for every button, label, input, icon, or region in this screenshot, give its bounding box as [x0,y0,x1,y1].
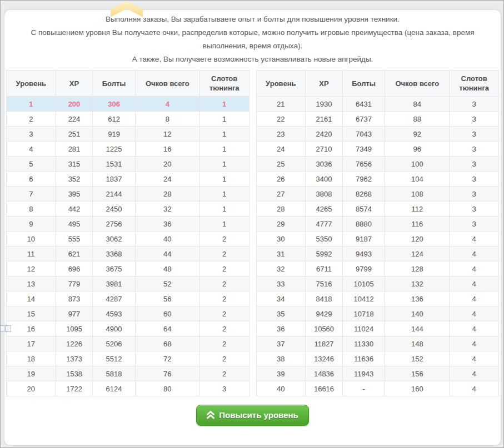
table-cell: 2144 [93,187,135,202]
broken-image-icons [0,325,12,332]
table-cell: 621 [56,246,93,261]
table-cell: 7043 [342,127,385,142]
table-cell: 2 [199,336,249,351]
table-cell: 3062 [93,231,135,246]
table-cell: 6 [7,172,56,187]
table-cell: 26 [256,172,306,187]
table-cell: 612 [93,112,135,127]
levels-table-1-20: УровеньXPБолтыОчков всегоСлотов тюнинга … [6,70,249,396]
table-cell: 112 [385,202,450,217]
table-cell: 3981 [93,276,135,291]
table-cell: 3 [450,157,499,172]
table-cell: 1225 [93,142,135,157]
table-cell: 2450 [93,202,135,217]
table-row: 25303676561003 [256,157,499,172]
table-cell: 128 [385,261,450,276]
table-cell: 7656 [342,157,385,172]
table-cell: 4265 [306,202,343,217]
table-cell: 16616 [306,381,343,396]
table-cell: 15 [7,306,56,321]
table-row: 1712265206682 [7,336,249,351]
table-row: 3813246116361524 [256,351,499,366]
table-cell: 2 [199,231,249,246]
table-cell: 4 [450,276,499,291]
table-cell: 3 [450,142,499,157]
table-cell: 32 [256,261,306,276]
level-up-button[interactable]: Повысить уровень [196,405,308,426]
table-row: 359429107181404 [256,306,499,321]
table-cell: 2756 [93,217,135,231]
table-row: 3251919121 [7,127,249,142]
table-row: 29477788801163 [256,217,499,231]
table-cell: 4900 [93,321,135,336]
table-row: 3610560110241444 [256,321,499,336]
column-header: Болты [342,71,385,97]
table-cell: 4 [450,351,499,366]
table-row: 3914836119431564 [256,366,499,381]
table-cell: 2 [199,261,249,276]
table-row: 348418104121364 [256,291,499,306]
table-cell: 124 [385,246,450,261]
table-cell: 1 [199,187,249,202]
table-cell: 120 [385,231,450,246]
table-cell: 1 [199,112,249,127]
table-cell: 30 [256,231,306,246]
table-cell: 4 [450,246,499,261]
table-cell: 1 [199,157,249,172]
table-cell: 14836 [306,366,343,381]
table-cell: 3368 [93,246,135,261]
table-cell: 24 [256,142,306,157]
table-cell: 3400 [306,172,343,187]
table-cell: 779 [56,276,93,291]
table-cell: 3 [7,127,56,142]
table-row: 2221616737883 [256,112,499,127]
table-cell: 4 [450,291,499,306]
double-chevron-up-icon [207,411,214,419]
table-cell: 6124 [93,381,135,396]
table-row: 105553062402 [7,231,249,246]
table-cell: 8 [7,202,56,217]
intro-line-1: Выполняя заказы, Вы зарабатываете опыт и… [12,13,493,26]
table-cell: 136 [385,291,450,306]
table-row: 31599294931244 [256,246,499,261]
table-cell: 19 [7,366,56,381]
table-row: 159774593602 [7,306,249,321]
table-cell: 3675 [93,261,135,276]
table-row: 26340079621043 [256,172,499,187]
table-cell: 11827 [306,336,343,351]
table-cell: 12 [7,261,56,276]
table-cell: 11943 [342,366,385,381]
table-row: 337516101051324 [256,276,499,291]
table-cell: 5992 [306,246,343,261]
table-row: 148734287562 [7,291,249,306]
table-cell: 80 [135,381,199,396]
table-cell: 200 [56,97,93,112]
table-cell: 7962 [342,172,385,187]
table-cell: 3 [199,381,249,396]
table-cell: 6737 [342,112,385,127]
table-cell: 8880 [342,217,385,231]
table-row: 42811225161 [7,142,249,157]
table-cell: 7516 [306,276,343,291]
table-cell: 2420 [306,127,343,142]
table-cell: 9187 [342,231,385,246]
table-cell: 5206 [93,336,135,351]
table-cell: 72 [135,351,199,366]
table-cell: 40 [256,381,306,396]
table-cell: 7349 [342,142,385,157]
table-cell: 306 [93,97,135,112]
table-cell: 88 [385,112,450,127]
table-row: 222461281 [7,112,249,127]
table-cell: 3036 [306,157,343,172]
table-cell: 4 [135,97,199,112]
column-header: Уровень [256,71,306,97]
table-cell: 96 [385,142,450,157]
table-header-row: УровеньXPБолтыОчков всегоСлотов тюнинга [256,71,499,97]
table-cell: 5818 [93,366,135,381]
table-cell: 4 [450,261,499,276]
broken-image-icon [5,325,11,332]
table-cell: 104 [385,172,450,187]
table-row: 73952144281 [7,187,249,202]
table-cell: 11636 [342,351,385,366]
table-cell: 696 [56,261,93,276]
